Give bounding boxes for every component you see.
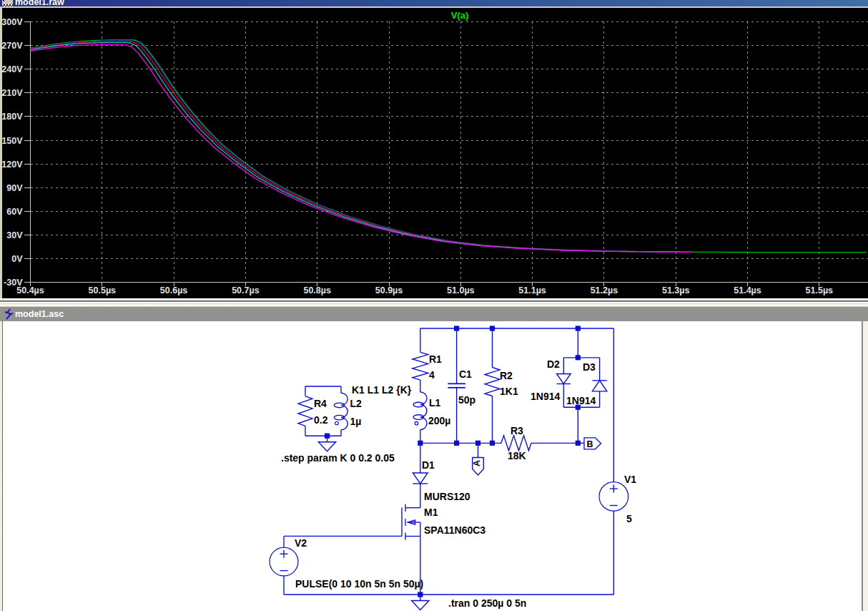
spice-directive: .step param K 0 0.2 0.05 [281, 451, 395, 463]
junction-dot [576, 326, 581, 331]
component-value: MURS120 [424, 490, 470, 502]
y-tick-label: 300V [1, 17, 23, 27]
junction-dot [490, 326, 495, 331]
junction-dot [454, 326, 459, 331]
x-tick-label: 51.0µs [447, 285, 475, 295]
schematic-title: model1.asc [15, 309, 64, 319]
x-tick-label: 51.3µs [662, 285, 690, 295]
waveform-title: model1.raw [15, 0, 64, 6]
component-value: 5 [626, 512, 632, 524]
component-name: R1 [429, 353, 442, 365]
component-value: 18K [508, 450, 526, 461]
waveform-titlebar[interactable]: model1.raw [0, 0, 868, 6]
y-tick-label: 240V [1, 64, 23, 74]
x-tick-label: 50.4µs [16, 285, 44, 295]
component-name: L2 [350, 398, 363, 409]
x-tick-label: 50.8µs [303, 285, 331, 295]
component-name: D1 [422, 459, 435, 471]
plot-background [0, 0, 868, 298]
y-tick-label: 90V [6, 183, 23, 193]
junction-dot [576, 440, 581, 445]
schematic-window-right-border [863, 321, 868, 611]
x-tick-label: 50.5µs [89, 285, 117, 295]
x-tick-label: 51.5µs [806, 285, 834, 295]
x-tick-label: 50.9µs [375, 285, 403, 295]
schematic-window-left-border-line [2, 321, 3, 611]
x-tick-label: 50.7µs [232, 285, 260, 295]
y-tick-label: 30V [6, 230, 23, 240]
junction-dot [454, 440, 459, 445]
net-label: B [586, 439, 593, 449]
component-name: V2 [295, 537, 307, 549]
net-label: A [472, 459, 482, 466]
component-name: D2 [547, 358, 560, 370]
junction-dot [418, 440, 423, 445]
x-tick-label: 51.2µs [591, 285, 618, 295]
component-value: SPA11N60C3 [424, 524, 485, 536]
spice-directive: .tran 0 250µ 0 5n [448, 597, 526, 608]
component-value: PULSE(0 10 10n 5n 5n 50µ) [295, 577, 423, 589]
spice-directive: K1 L1 L2 {K} [352, 384, 412, 396]
component-value: 1N914 [531, 390, 560, 401]
component-name: R4 [314, 398, 327, 409]
y-tick-label: 210V [1, 88, 23, 98]
waveform-window-icon-dot [3, 0, 4, 1]
component-value: 50p [458, 394, 475, 405]
x-tick-label: 51.1µs [518, 285, 546, 295]
x-tick-label: 51.4µs [734, 285, 761, 295]
component-name: C1 [459, 368, 472, 379]
y-tick-label: 60V [6, 207, 23, 217]
waveform-window-left-border [0, 8, 2, 298]
component-name: D3 [583, 361, 596, 373]
y-tick-label: 180V [1, 112, 23, 122]
component-name: V1 [624, 473, 636, 484]
component-value: 200µ [428, 415, 450, 426]
y-tick-label: 150V [1, 136, 23, 146]
junction-dot [490, 440, 495, 445]
x-tick-label: 50.6µs [160, 285, 188, 295]
y-tick-label: 0V [11, 254, 23, 264]
plot-title: V(a) [451, 10, 469, 21]
component-name: L1 [429, 397, 441, 409]
schematic-canvas[interactable]: .step param K 0 0.2 0.05K1 L1 L2 {K}.tra… [0, 321, 868, 611]
schematic-titlebar[interactable]: model1.asc [0, 306, 868, 322]
y-tick-label: 270V [1, 41, 23, 51]
component-name: M1 [424, 506, 438, 517]
y-tick-label: 120V [1, 160, 23, 170]
waveform-window: 300V270V240V210V180V150V120V90V60V30V0V-… [0, 0, 868, 298]
component-value: 1N914 [566, 394, 596, 406]
ltspice-app: 300V270V240V210V180V150V120V90V60V30V0V-… [0, 0, 868, 611]
component-value: 0.2 [314, 414, 328, 426]
component-value: 1K1 [500, 385, 518, 396]
waveform-titlebar-bottom-edge [0, 6, 868, 9]
component-value: 4 [429, 369, 435, 381]
junction-dot [475, 440, 480, 445]
junction-dot [576, 355, 581, 360]
component-name: R2 [500, 370, 513, 381]
component-value: 1µ [350, 416, 362, 427]
waveform-plot[interactable]: 300V270V240V210V180V150V120V90V60V30V0V-… [0, 0, 868, 298]
component-name: R3 [511, 424, 523, 436]
